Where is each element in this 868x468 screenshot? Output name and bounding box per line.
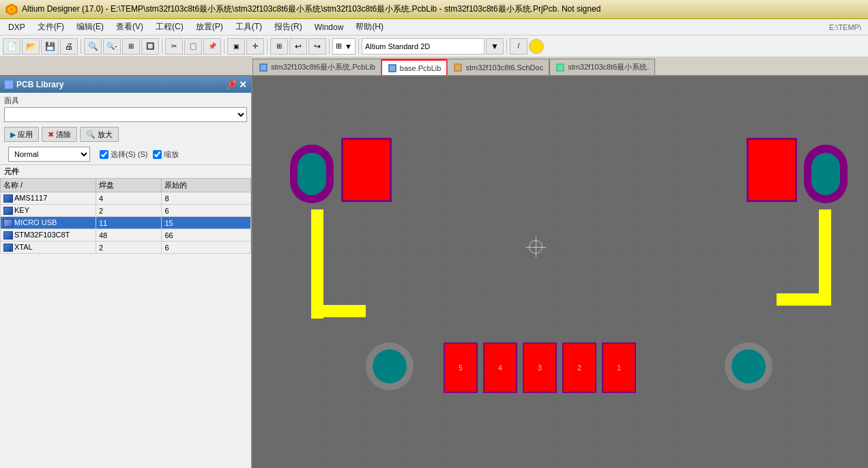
menu-edit[interactable]: 编辑(E) [71, 20, 109, 34]
view-mode-dropdown[interactable]: Normal [8, 147, 90, 162]
table-row-selected[interactable]: MICRO USB 11 15 [1, 217, 251, 229]
scale-checkbox-label[interactable]: 缩放 [153, 149, 179, 160]
apply-button[interactable]: ▶ 应用 [4, 127, 39, 142]
row-pads: 48 [96, 229, 162, 242]
path-display: E:\TEMP\ [829, 23, 865, 31]
paste-button[interactable]: 📌 [203, 38, 221, 55]
sep4 [267, 39, 267, 54]
rect-pad-usb-body-left [341, 138, 392, 202]
sep2 [162, 39, 162, 54]
panel-pin-button[interactable]: 📌 [225, 79, 237, 90]
menu-place[interactable]: 放置(P) [190, 20, 229, 34]
schdoc-tab-icon [453, 63, 463, 72]
zoom-out-button[interactable]: 🔍- [103, 38, 121, 55]
sep1 [81, 39, 81, 54]
move-button[interactable]: ✛ [246, 38, 264, 55]
components-table: 名称 / 焊盘 原始的 AMS1117 4 8 [0, 178, 251, 254]
menu-report[interactable]: 报告(R) [269, 20, 308, 34]
zoom-fit-button[interactable]: ⊞ [122, 38, 140, 55]
table-row[interactable]: XTAL 2 6 [1, 242, 251, 254]
tab-pcblib-stm32[interactable]: stm32f103c8t6最小系统.PcbLib [252, 59, 381, 75]
smd-pad-3: 3 [523, 342, 557, 393]
zoom-label: 放大 [98, 130, 113, 140]
view-mode-dropdown[interactable]: ▼ [486, 38, 504, 55]
menu-tools[interactable]: 工具(T) [230, 20, 267, 34]
row-name: XTAL [1, 242, 96, 254]
clear-icon: ✖ [48, 130, 54, 139]
row-pads: 11 [96, 217, 162, 229]
new-button[interactable]: 📄 [3, 38, 20, 55]
row-pads: 2 [96, 242, 162, 254]
smd-pad-4: 4 [483, 342, 517, 393]
pcb-grid [252, 76, 868, 468]
yellow-trace-left-v [311, 209, 323, 319]
zoom-area-button[interactable]: 🔲 [141, 38, 159, 55]
yellow-trace-left-h [311, 305, 366, 317]
menu-file[interactable]: 文件(F) [32, 20, 70, 34]
tab-base-pcblib[interactable]: base.PcbLib [381, 59, 448, 75]
menu-dxp[interactable]: DXP [3, 21, 31, 33]
panel-close-button[interactable]: ✕ [239, 79, 247, 90]
select-checkbox-label[interactable]: 选择(S) (S) [100, 149, 147, 160]
table-row[interactable]: KEY 2 6 [1, 205, 251, 217]
round-pad-bottom-left [366, 342, 414, 390]
components-table-wrap[interactable]: 名称 / 焊盘 原始的 AMS1117 4 8 [0, 178, 251, 468]
table-row[interactable]: AMS1117 4 8 [1, 192, 251, 205]
print-button[interactable]: 🖨 [60, 38, 78, 55]
mask-select[interactable] [4, 107, 247, 122]
title-bar-text: Altium Designer (17.0) - E:\TEMP\stm32f1… [22, 3, 601, 15]
sep5 [329, 39, 330, 54]
select-checkbox[interactable] [100, 150, 108, 159]
view-mode-select[interactable] [362, 38, 484, 55]
draw-line-button[interactable]: / [510, 38, 527, 55]
table-row[interactable]: STM32F103C8T 48 66 [1, 229, 251, 242]
row-name: MICRO USB [1, 217, 96, 229]
menu-project[interactable]: 工程(C) [150, 20, 189, 34]
copy-button[interactable]: 📋 [184, 38, 202, 55]
svg-rect-8 [455, 65, 461, 70]
smd-pad-1: 1 [602, 342, 636, 393]
svg-rect-4 [261, 65, 266, 70]
apply-icon: ▶ [10, 130, 16, 139]
zoom-in-button[interactable]: 🔍 [84, 38, 102, 55]
table-header-row: 名称 / 焊盘 原始的 [1, 179, 251, 192]
zoom-button[interactable]: 🔍 放大 [80, 127, 119, 142]
panel-icon [4, 80, 14, 89]
row-primitives: 15 [162, 217, 251, 229]
menu-window[interactable]: Window [309, 21, 349, 33]
svg-rect-10 [558, 65, 563, 70]
scale-checkbox[interactable] [153, 150, 162, 159]
undo-button[interactable]: ↩ [289, 38, 307, 55]
tab-pcb[interactable]: stm32f103c8t6最小系统. [549, 59, 655, 75]
open-button[interactable]: 📂 [22, 38, 40, 55]
action-toolbar: ▶ 应用 ✖ 清除 🔍 放大 [0, 125, 251, 144]
scale-label: 缩放 [164, 149, 179, 160]
tab1-label: stm32f103c8t6最小系统.PcbLib [271, 62, 375, 72]
oval-pad-left [290, 145, 334, 203]
save-button[interactable]: 💾 [41, 38, 59, 55]
oval-pad-left-inner [298, 153, 326, 195]
svg-rect-6 [390, 65, 395, 71]
select-all-button[interactable]: ▣ [227, 38, 245, 55]
row-primitives: 6 [162, 205, 251, 217]
view-mode-wrap: Normal [4, 145, 94, 163]
menu-help[interactable]: 帮助(H) [350, 20, 389, 34]
base-pcblib-tab-icon [388, 63, 397, 73]
altium-logo-icon [5, 3, 18, 16]
color-button[interactable] [529, 39, 544, 54]
round-pad-inner-right [732, 349, 766, 383]
grid-button[interactable]: ⊞ [270, 38, 288, 55]
cut-button[interactable]: ✂ [165, 38, 183, 55]
pcb-canvas-area[interactable]: 5 4 3 2 1 [252, 76, 868, 468]
clear-button[interactable]: ✖ 清除 [42, 127, 77, 142]
redo-button[interactable]: ↪ [308, 38, 326, 55]
round-pad-bottom-right [725, 342, 772, 390]
rect-pad-usb-body-right [747, 138, 797, 202]
grid-dropdown[interactable]: ⊞ ▼ [332, 38, 356, 55]
panel-header: PCB Library 📌 ✕ [0, 76, 251, 93]
row-name: AMS1117 [1, 192, 96, 205]
menu-view[interactable]: 查看(V) [111, 20, 149, 34]
tab-schdoc[interactable]: stm32f103c8t6.SchDoc [447, 59, 549, 75]
yellow-trace-right-h [777, 293, 831, 306]
clear-label: 清除 [56, 130, 71, 140]
